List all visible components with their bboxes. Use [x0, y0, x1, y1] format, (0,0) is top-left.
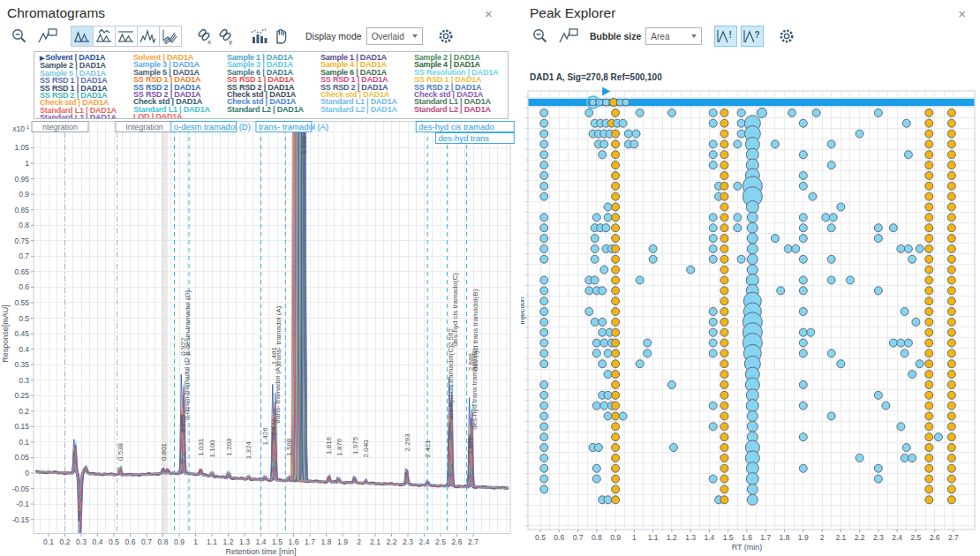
peak-bubble[interactable]: [720, 214, 728, 222]
peak-bubble[interactable]: [709, 328, 717, 336]
display-separated-button[interactable]: [138, 26, 160, 46]
peak-bubble[interactable]: [709, 339, 717, 347]
peak-bubble[interactable]: [720, 339, 728, 347]
peak-bubble[interactable]: [908, 371, 916, 379]
peak-bubble[interactable]: [612, 130, 620, 138]
peak-bubble[interactable]: [600, 402, 608, 409]
chromatogram-chart[interactable]: ntegrationIntegrationo-desm tramadol (D)…: [0, 121, 519, 556]
peak-bubble[interactable]: [737, 109, 745, 116]
peak-bubble[interactable]: [585, 308, 593, 316]
peak-bubble[interactable]: [636, 276, 644, 284]
peak-bubble[interactable]: [925, 171, 933, 179]
peak-bubble[interactable]: [636, 109, 644, 116]
peak-bubble[interactable]: [747, 233, 758, 244]
peak-bubble[interactable]: [901, 349, 908, 357]
display-overlaid-button[interactable]: [72, 26, 94, 46]
peak-bubble[interactable]: [612, 402, 620, 409]
peak-bubble[interactable]: [667, 380, 675, 388]
peak-bubble[interactable]: [612, 171, 620, 179]
peak-bubble[interactable]: [720, 423, 728, 431]
peak-bubble[interactable]: [709, 349, 717, 357]
peak-bubble[interactable]: [612, 287, 620, 295]
peak-bubble[interactable]: [592, 464, 600, 472]
peak-bubble[interactable]: [622, 99, 629, 106]
peak-bubble[interactable]: [720, 371, 728, 379]
peak-bubble[interactable]: [734, 140, 742, 148]
peak-bubble[interactable]: [612, 380, 620, 388]
peak-bubble[interactable]: [799, 276, 807, 284]
peak-bubble[interactable]: [947, 391, 955, 399]
peak-bubble[interactable]: [947, 402, 955, 409]
peak-bubble[interactable]: [947, 328, 955, 336]
peak-bubble[interactable]: [540, 255, 548, 263]
peak-bubble[interactable]: [947, 244, 955, 252]
peak-bubble[interactable]: [612, 255, 620, 263]
peak-bubble[interactable]: [799, 464, 807, 472]
peak-bubble[interactable]: [720, 433, 728, 441]
peak-bubble[interactable]: [540, 244, 548, 252]
peak-bubble[interactable]: [709, 151, 717, 159]
peak-bubble[interactable]: [947, 162, 955, 169]
peak-bubble[interactable]: [644, 349, 652, 357]
peak-bubble[interactable]: [947, 266, 955, 274]
legend-item[interactable]: LOD | DAD1A: [133, 113, 227, 119]
settings-button[interactable]: [435, 26, 456, 47]
peak-bubble[interactable]: [612, 349, 620, 357]
peak-bubble[interactable]: [599, 318, 607, 326]
peak-bubble[interactable]: [827, 140, 835, 148]
peak-bubble[interactable]: [709, 109, 717, 116]
peak-bubble[interactable]: [612, 192, 620, 200]
peak-bubble[interactable]: [947, 140, 955, 148]
peak-bubble[interactable]: [827, 349, 835, 357]
peak-bubble[interactable]: [720, 496, 728, 504]
peak-bubble[interactable]: [799, 151, 807, 159]
histogram-view-button[interactable]: [249, 26, 270, 47]
peak-bubble[interactable]: [747, 411, 758, 422]
peak-bubble[interactable]: [612, 109, 620, 116]
peak-bubble[interactable]: [720, 151, 728, 159]
peak-bubble[interactable]: [757, 108, 766, 117]
peak-bubble[interactable]: [612, 162, 620, 169]
peak-bubble[interactable]: [720, 140, 728, 148]
peak-bubble[interactable]: [874, 235, 882, 243]
peak-bubble[interactable]: [799, 235, 807, 243]
peak-bubble[interactable]: [771, 140, 779, 148]
peak-bubble[interactable]: [599, 328, 607, 336]
peak-bubble[interactable]: [632, 130, 640, 138]
peak-bubble[interactable]: [604, 349, 612, 357]
peak-bubble[interactable]: [925, 360, 933, 368]
peak-bubble[interactable]: [720, 318, 728, 326]
peak-bubble[interactable]: [540, 349, 548, 357]
peak-bubble[interactable]: [720, 224, 728, 232]
peak-bubble[interactable]: [897, 423, 905, 431]
peak-bubble[interactable]: [612, 244, 620, 252]
settings-button[interactable]: [776, 26, 797, 47]
flag-unexpected-peaks-toggle[interactable]: !: [714, 26, 737, 47]
peak-bubble[interactable]: [925, 339, 933, 347]
peak-bubble[interactable]: [784, 244, 792, 252]
peak-bubble[interactable]: [925, 130, 933, 138]
peak-bubble[interactable]: [709, 402, 717, 409]
peak-bubble[interactable]: [925, 244, 933, 252]
peak-bubble[interactable]: [612, 224, 620, 232]
peak-bubble[interactable]: [720, 402, 728, 409]
peak-bubble[interactable]: [747, 222, 758, 233]
peak-bubble[interactable]: [947, 308, 955, 316]
peak-bubble[interactable]: [540, 391, 548, 399]
peak-bubble[interactable]: [925, 318, 933, 326]
peak-bubble[interactable]: [902, 119, 910, 127]
peak-bubble[interactable]: [925, 255, 933, 263]
peak-bubble[interactable]: [902, 444, 910, 452]
peak-bubble[interactable]: [912, 318, 920, 326]
peak-bubble[interactable]: [599, 151, 607, 159]
peak-bubble[interactable]: [904, 339, 912, 347]
peak-bubble[interactable]: [799, 349, 807, 357]
peak-bubble[interactable]: [925, 380, 933, 388]
peak-bubble[interactable]: [591, 318, 599, 326]
peak-bubble[interactable]: [925, 371, 933, 379]
peak-bubble[interactable]: [897, 244, 905, 252]
peak-bubble[interactable]: [612, 140, 620, 148]
peak-bubble[interactable]: [947, 475, 955, 483]
peak-bubble[interactable]: [799, 255, 807, 263]
peak-bubble[interactable]: [874, 287, 882, 295]
